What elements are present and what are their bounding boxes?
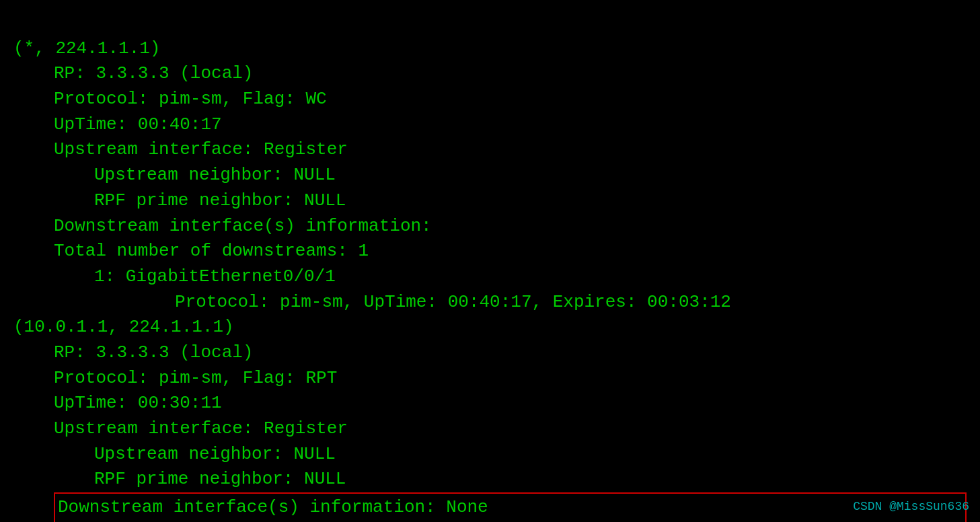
terminal-line: RP: 3.3.3.3 (local)	[13, 61, 967, 87]
highlighted-line: Downstream interface(s) information: Non…	[54, 492, 967, 522]
terminal-line: Protocol: pim-sm, UpTime: 00:40:17, Expi…	[13, 290, 967, 315]
terminal-line: Protocol: pim-sm, Flag: RPT	[13, 366, 967, 392]
terminal-line: Upstream neighbor: NULL	[13, 163, 967, 188]
terminal-line: RP: 3.3.3.3 (local)	[13, 340, 967, 366]
terminal-line: Downstream interface(s) information:	[13, 214, 967, 239]
terminal-output: (*, 224.1.1.1)RP: 3.3.3.3 (local)Protoco…	[13, 11, 967, 522]
terminal-line: UpTime: 00:40:17	[13, 112, 967, 138]
terminal-line: (10.0.1.1, 224.1.1.1)	[13, 315, 967, 340]
terminal-line: RPF prime neighbor: NULL	[13, 188, 967, 214]
terminal-line: 1: GigabitEthernet0/0/1	[13, 264, 967, 290]
terminal-line: UpTime: 00:30:11	[13, 391, 967, 416]
watermark-label: CSDN @MissSun636	[853, 498, 969, 515]
terminal-line: Upstream interface: Register	[13, 416, 967, 442]
terminal-line: (*, 224.1.1.1)	[13, 36, 967, 62]
terminal-line: Upstream interface: Register	[13, 137, 967, 163]
terminal-line: Upstream neighbor: NULL	[13, 442, 967, 468]
terminal-line: Protocol: pim-sm, Flag: WC	[13, 87, 967, 112]
terminal-line: RPF prime neighbor: NULL	[13, 467, 967, 492]
terminal-line: Total number of downstreams: 1	[13, 239, 967, 264]
